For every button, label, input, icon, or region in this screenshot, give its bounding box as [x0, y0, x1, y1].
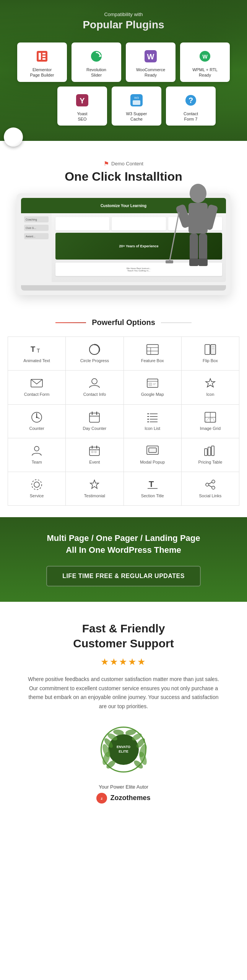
svg-rect-50	[89, 413, 99, 422]
plugin-woocommerce: W WooCommerceReady	[126, 42, 176, 82]
woocommerce-label: WooCommerceReady	[130, 67, 171, 78]
plugin-cf7: ? ContactForm 7	[166, 87, 216, 126]
option-icon-list: Icon List	[124, 405, 181, 438]
demo-content-subtitle: ⚑ Demo Content	[11, 160, 236, 167]
circle-progress-label: Circle Progress	[80, 358, 109, 363]
option-event: Event	[66, 438, 123, 472]
svg-text:Z: Z	[101, 797, 103, 800]
svg-text:T: T	[149, 479, 154, 489]
google-map-icon	[147, 377, 158, 389]
service-label: Service	[30, 493, 44, 498]
team-icon	[31, 445, 42, 457]
pricing-table-label: Pricing Table	[198, 460, 222, 465]
icon-icon	[205, 377, 216, 389]
revolution-icon	[89, 49, 104, 64]
woocommerce-icon: W	[143, 49, 158, 64]
svg-rect-15	[133, 100, 140, 105]
cf7-label: ContactForm 7	[171, 111, 211, 122]
lifetime-cta-button[interactable]: LIFE TIME FREE & REGULAR UPDATES	[46, 566, 201, 586]
social-links-label: Social Links	[199, 493, 222, 498]
section-title-label: Section Title	[141, 493, 164, 498]
golf-ball	[4, 127, 23, 147]
svg-rect-71	[94, 451, 96, 453]
option-flip-box: Flip Box	[182, 337, 239, 370]
laptop-screen: Customize Your Learning Coaching Club G.…	[21, 198, 226, 282]
counter-label: Counter	[29, 426, 44, 431]
plugin-yoast: Y YoastSEO	[57, 87, 107, 126]
wreath-svg	[102, 728, 148, 774]
counter-icon	[31, 412, 42, 423]
contact-info-label: Contact Info	[83, 392, 106, 397]
feature-box-icon	[146, 344, 159, 355]
section-title: Powerful Options	[92, 318, 155, 327]
wpml-label: WPML + RTLReady	[185, 67, 225, 78]
flip-box-label: Flip Box	[203, 358, 218, 363]
envato-wreath: ENVATOELITE	[101, 727, 146, 773]
svg-text:T: T	[37, 348, 40, 354]
zozothemes-icon: Z	[96, 793, 107, 804]
option-contact-form: Contact Form	[8, 371, 65, 404]
event-label: Event	[89, 460, 100, 465]
options-grid: TT Animated Text Circle Progress Feature…	[8, 336, 239, 506]
image-grid-label: Image Grid	[200, 426, 221, 431]
modal-popup-icon	[146, 445, 159, 457]
cf7-icon: ?	[183, 93, 198, 108]
flip-box-icon	[205, 344, 216, 355]
icon-list-label: Icon List	[145, 426, 160, 431]
envato-badge-container: ENVATOELITE	[101, 727, 146, 778]
option-day-counter: Day Counter	[66, 405, 123, 438]
oneclick-title: One Click Installtion	[11, 170, 236, 184]
screen-banner: 20+ Years of Experience	[55, 233, 222, 260]
support-title: Fast & FriendlyCustomer Support	[15, 621, 232, 651]
pricing-table-icon	[204, 445, 216, 457]
wpml-icon: W	[197, 49, 213, 64]
svg-text:?: ?	[188, 96, 193, 105]
envato-label: Your Power Elite Autor	[15, 784, 232, 790]
svg-point-49	[36, 416, 37, 418]
svg-text:T: T	[31, 345, 35, 353]
svg-point-78	[32, 480, 42, 490]
option-section-title: T Section Title	[124, 472, 181, 505]
icon-label: Icon	[206, 392, 214, 397]
option-testimonial: Testimonial	[66, 472, 123, 505]
animated-text-icon: TT	[31, 344, 43, 355]
yoast-label: YoastSEO	[62, 111, 102, 122]
svg-rect-74	[205, 449, 207, 456]
plugins-section: Compatibility with Popular Plugins Eleme…	[0, 0, 247, 141]
elementor-icon	[34, 49, 50, 64]
screen-card-4: We Have Best Instruct...Teach You Golfin…	[55, 263, 222, 276]
contact-info-icon	[89, 377, 100, 389]
google-map-label: Google Map	[141, 392, 164, 397]
svg-point-81	[206, 483, 209, 486]
support-description: Where positive feedbacks and customer sa…	[28, 675, 219, 711]
options-section: Powerful Options TT Animated Text Circle…	[0, 307, 247, 517]
svg-line-84	[209, 482, 212, 484]
svg-point-82	[212, 480, 215, 483]
option-modal-popup: Modal Popup	[124, 438, 181, 472]
svg-rect-76	[211, 446, 214, 456]
svg-text:W: W	[202, 54, 208, 60]
svg-point-83	[212, 486, 215, 489]
zozothemes-brand: Z Zozothemes	[15, 793, 232, 804]
flag-icon: ⚑	[104, 160, 109, 167]
screen-sidebar: Coaching Club G... Award...	[21, 213, 52, 282]
screen-card-1	[55, 217, 109, 230]
day-counter-icon	[89, 412, 100, 423]
plugins-grid: ElementorPage Builder RevolutionSlider W…	[8, 42, 239, 126]
laptop-mockup: Customize Your Learning Coaching Club G.…	[16, 193, 231, 295]
revolution-label: RevolutionSlider	[76, 67, 117, 78]
social-links-icon	[205, 479, 216, 490]
option-team: Team	[8, 438, 65, 472]
option-service: Service	[8, 472, 65, 505]
service-icon	[31, 479, 42, 490]
option-icon: Icon	[182, 371, 239, 404]
plugins-subtitle: Compatibility with	[8, 11, 239, 17]
svg-point-65	[34, 446, 39, 451]
svg-rect-3	[42, 56, 46, 57]
svg-point-77	[34, 482, 39, 487]
day-counter-label: Day Counter	[83, 426, 106, 431]
svg-line-85	[209, 485, 212, 487]
contact-form-label: Contact Form	[24, 392, 50, 397]
elementor-label: ElementorPage Builder	[22, 67, 62, 78]
svg-text:W3: W3	[134, 96, 139, 100]
